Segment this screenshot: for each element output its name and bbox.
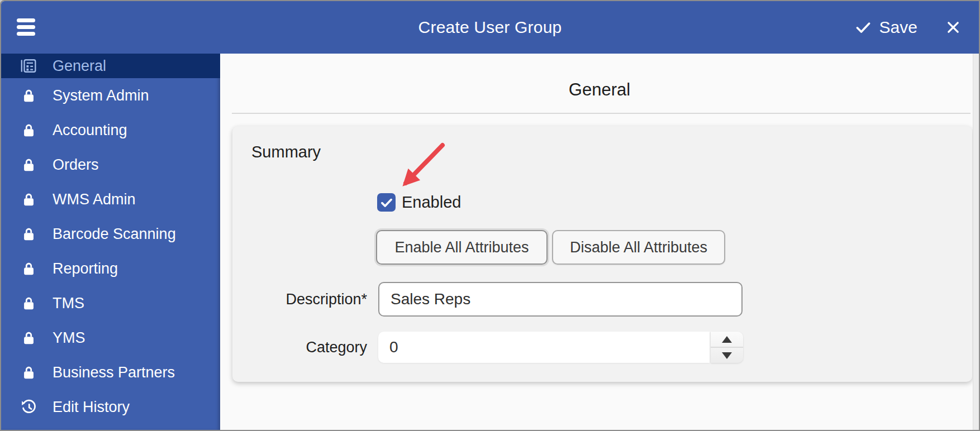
sidebar-item-label: Barcode Scanning — [53, 226, 176, 243]
section-heading: General — [220, 80, 979, 100]
sidebar-item-wms-admin[interactable]: WMS Admin — [1, 182, 220, 217]
checkbox-check-icon — [379, 195, 394, 210]
dialog-title: Create User Group — [1, 1, 979, 54]
save-button-label: Save — [879, 18, 917, 37]
create-user-group-dialog: Create User Group Save — [0, 0, 980, 431]
sidebar-item-accounting[interactable]: Accounting — [1, 113, 220, 147]
sidebar-item-business-partners[interactable]: Business Partners — [1, 355, 220, 390]
sidebar-item-barcode-scanning[interactable]: Barcode Scanning — [1, 217, 220, 251]
sidebar-item-label: Orders — [53, 156, 99, 174]
enabled-checkbox-label: Enabled — [402, 191, 461, 213]
vertical-scrollbar[interactable] — [973, 54, 979, 430]
sidebar-item-general[interactable]: General — [1, 54, 220, 78]
sidebar-item-label: Accounting — [53, 122, 127, 139]
history-icon — [20, 399, 37, 415]
sidebar-item-label: Business Partners — [53, 364, 175, 381]
lock-icon — [20, 156, 37, 173]
sidebar-item-label: YMS — [53, 329, 85, 347]
close-icon — [945, 20, 961, 35]
red-arrow-annotation — [390, 140, 453, 199]
lock-icon — [20, 87, 37, 104]
summary-section-label: Summary — [251, 143, 321, 161]
sidebar-item-label: Reporting — [53, 260, 118, 277]
lock-icon — [20, 226, 37, 242]
sidebar: General System Admin Accounting Orders W… — [1, 54, 220, 430]
description-input[interactable] — [378, 282, 743, 317]
sidebar-item-label: TMS — [53, 295, 84, 312]
spinner-up-icon[interactable] — [711, 332, 743, 348]
sidebar-item-edit-history[interactable]: Edit History — [1, 390, 220, 424]
sidebar-item-label: System Admin — [53, 87, 149, 104]
sidebar-item-label: Edit History — [53, 399, 130, 416]
sidebar-item-label: General — [53, 58, 106, 75]
lock-icon — [20, 122, 37, 138]
category-spinner — [711, 332, 743, 363]
sidebar-item-yms[interactable]: YMS — [1, 320, 220, 355]
spinner-down-icon[interactable] — [711, 348, 743, 363]
sidebar-item-label: WMS Admin — [53, 191, 136, 208]
lock-icon — [20, 295, 37, 312]
category-label: Category — [232, 332, 367, 363]
lock-icon — [20, 260, 37, 277]
check-icon — [854, 18, 872, 36]
sidebar-item-orders[interactable]: Orders — [1, 147, 220, 182]
main-panel: General Summary Enabled Enable All Attri… — [220, 54, 979, 430]
lock-icon — [20, 329, 37, 346]
description-label: Description* — [232, 282, 367, 317]
dialog-header: Create User Group Save — [1, 1, 979, 54]
enabled-checkbox[interactable] — [377, 193, 396, 212]
close-button[interactable] — [945, 1, 961, 54]
save-button[interactable]: Save — [854, 1, 917, 54]
enable-all-attributes-button[interactable]: Enable All Attributes — [376, 230, 548, 265]
lock-icon — [20, 191, 37, 208]
heading-divider — [232, 113, 971, 114]
form-icon — [20, 58, 37, 74]
lock-icon — [20, 364, 37, 381]
summary-card: Summary Enabled Enable All Attributes Di… — [232, 126, 972, 382]
category-input[interactable] — [378, 332, 710, 363]
sidebar-item-reporting[interactable]: Reporting — [1, 251, 220, 286]
disable-all-attributes-button[interactable]: Disable All Attributes — [552, 230, 725, 265]
sidebar-item-tms[interactable]: TMS — [1, 286, 220, 320]
sidebar-item-system-admin[interactable]: System Admin — [1, 78, 220, 113]
